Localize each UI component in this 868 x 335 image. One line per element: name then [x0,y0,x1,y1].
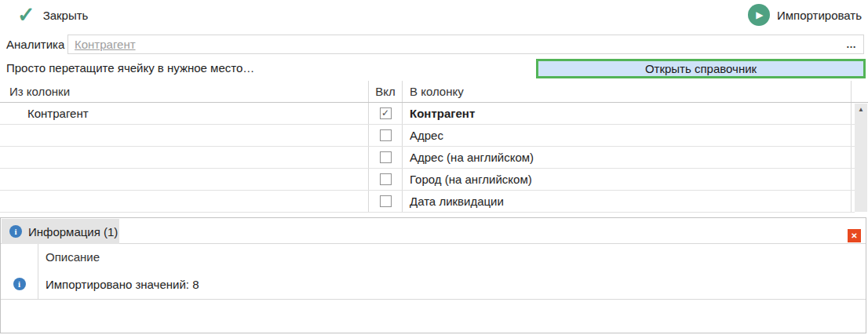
header-from-column: Из колонки [0,81,369,102]
to-cell: Контрагент [403,103,852,124]
message-text: Импортировано значений: 8 [38,278,199,291]
table-row[interactable]: Город (на английском) [0,169,855,191]
tab-information[interactable]: i Информация (1) [2,219,119,244]
import-button-label: Импортировать [777,9,862,22]
drag-hint-text: Просто перетащите ячейку в нужное место… [6,61,254,75]
to-cell: Дата ликвидации [403,191,852,212]
vertical-scrollbar[interactable]: ▲ [855,104,867,212]
play-icon: ▶ [748,4,770,26]
analytics-label: Аналитика [6,38,64,51]
tab-information-label: Информация (1) [28,225,118,239]
analytics-value[interactable]: Контрагент [75,38,136,51]
from-cell [0,147,369,168]
info-messages: i Импортировано значений: 8 [1,269,866,300]
description-header-row: Описание [1,244,866,269]
checkmark-icon: ✓ [17,4,35,26]
enabled-checkbox[interactable] [380,173,392,185]
check-icon: ✓ [381,108,389,118]
info-icon: i [9,225,22,238]
table-row[interactable]: Контрагент ✓ Контрагент [0,103,855,125]
import-button[interactable]: ▶ Импортировать [748,4,862,26]
enabled-checkbox[interactable] [380,151,392,163]
description-header: Описание [38,250,100,264]
enabled-cell [369,169,403,190]
scroll-up-icon[interactable]: ▲ [858,106,864,212]
enabled-checkbox[interactable]: ✓ [380,107,392,119]
table-row[interactable]: Адрес [0,125,855,147]
table-row[interactable]: Дата ликвидации [0,191,855,213]
info-icon: i [13,278,26,290]
browse-ellipsis-button[interactable]: … [846,38,857,50]
mapping-table-rows: Контрагент ✓ Контрагент Адрес Адрес (на … [0,103,855,213]
analytics-input[interactable]: Контрагент … [67,35,864,54]
to-cell: Адрес [403,125,852,146]
panel-close-button[interactable]: ✕ [848,229,861,242]
header-enabled-column: Вкл [369,81,403,102]
info-panel: i Информация (1) ✕ Описание i Импортиров… [0,217,866,333]
header-to-column: В колонку [403,81,852,102]
close-button-label: Закрыть [43,9,89,22]
enabled-cell [369,125,403,146]
close-button[interactable]: ✓ Закрыть [17,4,88,26]
from-cell: Контрагент [0,103,369,124]
description-icon-column [1,244,38,269]
mapping-table: Из колонки Вкл В колонку Контрагент ✓ Ко… [0,81,868,213]
from-cell [0,169,369,190]
enabled-checkbox[interactable] [380,195,392,207]
message-icon-column: i [1,269,38,299]
info-message-row[interactable]: i Импортировано значений: 8 [1,269,866,300]
enabled-checkbox[interactable] [380,129,392,141]
info-panel-tab-strip: i Информация (1) ✕ [1,218,866,244]
table-row[interactable]: Адрес (на английском) [0,147,855,169]
enabled-cell [369,191,403,212]
to-cell: Адрес (на английском) [403,147,852,168]
mapping-table-header: Из колонки Вкл В колонку [0,81,868,103]
from-cell [0,125,369,146]
enabled-cell: ✓ [369,103,403,124]
enabled-cell [369,147,403,168]
close-icon: ✕ [851,231,857,240]
to-cell: Город (на английском) [403,169,852,190]
from-cell [0,191,369,212]
open-reference-button[interactable]: Открыть справочник [536,59,866,78]
